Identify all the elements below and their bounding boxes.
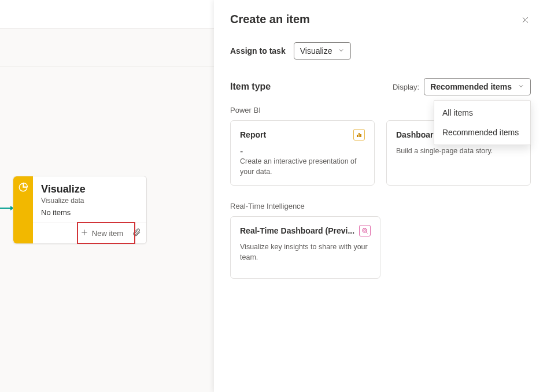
task-card-title: Visualize — [41, 183, 138, 195]
top-bar — [0, 0, 214, 29]
task-card-status: No items — [41, 208, 138, 217]
svg-line-14 — [366, 232, 368, 234]
display-option-all[interactable]: All items — [434, 103, 530, 123]
bar-chart-icon — [353, 129, 365, 140]
task-card-visualize[interactable]: Visualize Visualize data No items New it… — [13, 176, 147, 244]
task-card-accent — [13, 176, 33, 243]
assign-task-select[interactable]: Visualize — [294, 42, 352, 60]
target-icon — [359, 225, 371, 236]
item-card-desc: Create an interactive presentation of yo… — [240, 157, 365, 177]
display-label: Display: — [393, 83, 419, 91]
new-item-label: New item — [92, 229, 123, 238]
close-icon — [521, 16, 530, 26]
attach-button[interactable] — [130, 227, 143, 240]
item-type-row: Item type Display: Recommended items All… — [230, 78, 531, 95]
display-value: Recommended items — [430, 82, 512, 91]
panel-title: Create an item — [230, 13, 531, 26]
section-cards-realtime: Real-Time Dashboard (Previ... Visualize … — [230, 216, 531, 279]
chevron-down-icon — [518, 82, 524, 91]
item-card-realtime-dashboard[interactable]: Real-Time Dashboard (Previ... Visualize … — [230, 216, 380, 279]
display-dropdown-menu: All items Recommended items — [434, 100, 531, 145]
svg-rect-8 — [360, 134, 361, 137]
arrow-in-icon — [0, 205, 14, 211]
assign-task-value: Visualize — [300, 46, 332, 56]
item-card-desc: Build a single-page data story. — [396, 146, 521, 157]
item-type-label: Item type — [230, 82, 271, 92]
create-item-panel: Create an item Assign to task Visualize … — [214, 0, 547, 392]
close-button[interactable] — [517, 13, 533, 29]
task-card-subtitle: Visualize data — [41, 197, 138, 205]
display-filter-wrap: Display: Recommended items All items Rec… — [393, 78, 531, 95]
task-card-body: Visualize Visualize data No items New it… — [33, 176, 146, 243]
canvas-area: Visualize Visualize data No items New it… — [0, 0, 214, 392]
pie-chart-icon — [18, 182, 28, 195]
plus-icon — [80, 228, 88, 238]
chevron-down-icon — [338, 46, 345, 56]
section-label-realtime: Real-Time Intelligence — [230, 202, 531, 210]
item-card-name: Dashboard — [396, 130, 438, 139]
item-card-name: Report — [240, 130, 266, 139]
divider — [0, 66, 214, 67]
svg-point-13 — [364, 230, 365, 231]
display-select[interactable]: Recommended items — [424, 78, 531, 95]
assign-row: Assign to task Visualize — [230, 42, 531, 60]
svg-point-12 — [363, 228, 367, 232]
item-card-desc: Visualize key insights to share with you… — [240, 242, 371, 262]
item-card-report[interactable]: Report - Create an interactive presentat… — [230, 120, 375, 186]
paperclip-icon — [132, 228, 141, 239]
assign-label: Assign to task — [230, 46, 286, 56]
svg-rect-7 — [358, 133, 360, 137]
item-card-name: Real-Time Dashboard (Previ... — [240, 226, 354, 235]
display-option-recommended[interactable]: Recommended items — [434, 123, 530, 142]
new-item-button[interactable]: New item — [77, 226, 127, 241]
task-card-footer: New item — [33, 223, 146, 243]
svg-rect-6 — [357, 135, 358, 137]
